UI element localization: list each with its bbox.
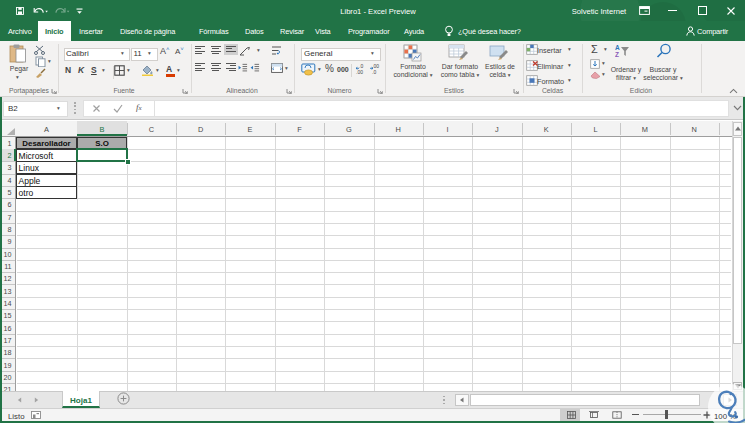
svg-text:.0: .0 <box>372 69 376 75</box>
svg-text:.00: .00 <box>356 69 363 75</box>
svg-text:Z: Z <box>615 51 619 58</box>
svg-text:A: A <box>615 44 620 51</box>
